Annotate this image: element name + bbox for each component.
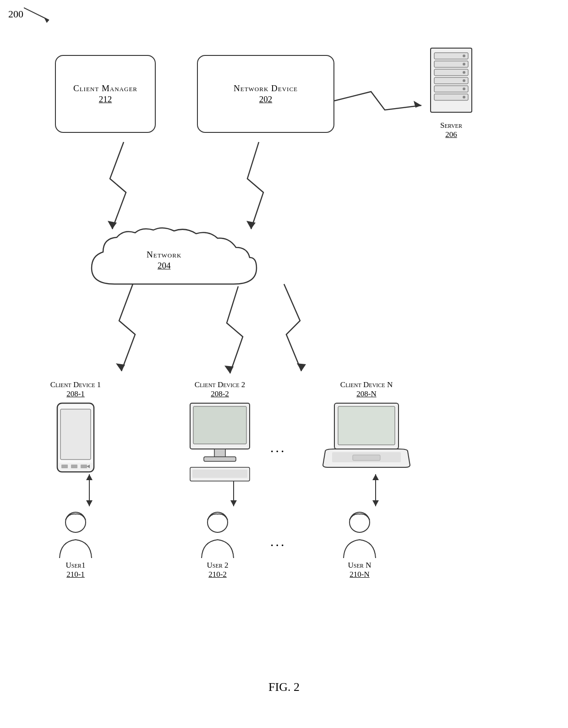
svg-rect-44 xyxy=(338,406,395,445)
user-1-group: User1 210-1 xyxy=(50,509,101,579)
svg-point-47 xyxy=(66,512,86,532)
svg-point-28 xyxy=(463,88,465,90)
svg-rect-40 xyxy=(204,457,236,461)
user-n-label: User N xyxy=(334,561,385,570)
user-1-label: User1 xyxy=(50,561,101,570)
diagram-number: 200 xyxy=(8,8,23,20)
network-device-box: Network Device 202 xyxy=(197,55,334,133)
client-device-n-id: 208-N xyxy=(321,389,412,399)
user-1-id: 210-1 xyxy=(50,570,101,579)
svg-marker-5 xyxy=(116,363,125,371)
svg-point-48 xyxy=(208,512,228,532)
user-2-label: User 2 xyxy=(192,561,243,570)
svg-rect-33 xyxy=(61,465,68,468)
svg-rect-46 xyxy=(353,455,380,460)
user-n-id: 210-N xyxy=(334,570,385,579)
client-device-1-group: Client Device 1 208-1 xyxy=(46,380,105,490)
svg-rect-35 xyxy=(81,465,87,468)
ellipsis-devices: ... xyxy=(270,440,286,455)
user-1-icon xyxy=(50,509,101,559)
client-manager-title: Client Manager xyxy=(73,83,137,93)
server-group: Server 206 xyxy=(421,46,481,139)
svg-rect-38 xyxy=(193,406,246,444)
laptop-icon xyxy=(321,401,412,479)
network-cloud: Network 204 xyxy=(78,224,316,300)
fig-label: FIG. 2 xyxy=(268,680,300,694)
svg-marker-16 xyxy=(372,500,379,506)
user-2-id: 210-2 xyxy=(192,570,243,579)
client-device-2-id: 208-2 xyxy=(183,389,257,399)
svg-rect-31 xyxy=(60,409,91,460)
svg-rect-34 xyxy=(71,465,77,468)
svg-marker-6 xyxy=(224,366,234,373)
svg-point-29 xyxy=(463,96,465,99)
svg-marker-10 xyxy=(86,500,93,506)
server-id: 206 xyxy=(421,130,481,139)
client-device-2-label: Client Device 2 xyxy=(183,380,257,389)
svg-point-26 xyxy=(463,71,465,74)
svg-marker-4 xyxy=(414,101,421,108)
client-device-2-group: Client Device 2 208-2 xyxy=(183,380,257,490)
client-manager-box: Client Manager 212 xyxy=(55,55,156,133)
svg-marker-7 xyxy=(297,363,306,371)
svg-marker-1 xyxy=(44,17,49,23)
server-icon xyxy=(421,46,481,119)
smartphone-icon xyxy=(46,401,105,488)
client-device-n-label: Client Device N xyxy=(321,380,412,389)
user-n-group: User N 210-N xyxy=(334,509,385,579)
svg-point-24 xyxy=(463,55,465,57)
user-n-icon xyxy=(334,509,385,559)
svg-rect-42 xyxy=(192,470,247,478)
network-title: Network xyxy=(147,250,181,260)
diagram: 200 xyxy=(0,0,568,706)
client-device-1-id: 208-1 xyxy=(46,389,105,399)
network-id: 204 xyxy=(147,261,181,271)
client-manager-id: 212 xyxy=(99,94,112,104)
client-device-1-label: Client Device 1 xyxy=(46,380,105,389)
svg-point-49 xyxy=(350,512,370,532)
client-device-n-group: Client Device N 208-N xyxy=(321,380,412,481)
ellipsis-users: ... xyxy=(270,534,286,549)
cloud-icon xyxy=(78,224,316,298)
diagram-number-arrow xyxy=(24,5,56,24)
server-label: Server xyxy=(421,121,481,130)
svg-point-27 xyxy=(463,79,465,82)
network-device-id: 202 xyxy=(259,94,273,104)
svg-point-25 xyxy=(463,63,465,66)
user-2-group: User 2 210-2 xyxy=(192,509,243,579)
desktop-icon xyxy=(183,401,257,488)
network-device-title: Network Device xyxy=(234,83,298,93)
user-2-icon xyxy=(192,509,243,559)
svg-marker-13 xyxy=(230,500,237,506)
